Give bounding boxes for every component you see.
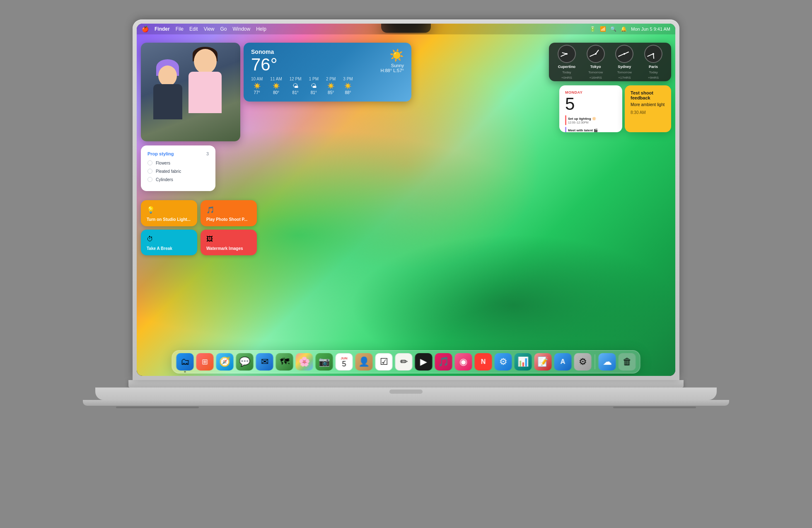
hour-hand: [562, 52, 567, 54]
clock-tokyo: Tokyo Tomorrow +16HRS: [584, 45, 608, 80]
shortcut-timer-icon: ⏱: [147, 235, 191, 243]
appstore-icon: A: [561, 358, 566, 366]
notification-icon[interactable]: 🔔: [621, 26, 627, 32]
shortcut-light-icon: 💡: [147, 206, 191, 214]
dock-configurator[interactable]: ⚙: [495, 353, 512, 371]
hour-label: 10 AM: [251, 77, 263, 81]
safari-icon: 🧭: [219, 356, 230, 367]
analog-clock-cupertino: [558, 45, 576, 63]
menubar-right: 🔋 📶 🔍 🔔 Mon Jun 5 9:41 AM: [590, 26, 670, 32]
notes-time: 8:30 AM: [631, 110, 665, 115]
foot-left: [116, 407, 199, 408]
photo-frame: [141, 43, 240, 141]
dock-charts[interactable]: 📊: [515, 353, 532, 371]
dock-messages[interactable]: 💬: [236, 353, 254, 371]
hour-icon: ☀️: [273, 82, 280, 89]
dock-photos[interactable]: 🌸: [296, 353, 313, 371]
notes-title: Test shoot feedback: [631, 90, 665, 100]
search-icon[interactable]: 🔍: [610, 26, 616, 32]
macbook: 🍎 Finder File Edit View Go Window Help 🔋…: [116, 19, 696, 509]
menubar-app-name[interactable]: Finder: [155, 26, 170, 32]
dock-appstore[interactable]: A: [554, 353, 572, 371]
music-icon: 🎵: [438, 356, 449, 367]
messages-icon: 💬: [239, 356, 250, 367]
dock-reminders[interactable]: ☑: [375, 353, 393, 371]
hour-icon: ☀️: [344, 82, 351, 89]
dock-mail[interactable]: ✉: [256, 353, 273, 371]
reminder-item-3: Cylinders: [147, 177, 209, 182]
notes-content: More ambient light: [631, 102, 665, 108]
hat: [156, 59, 179, 76]
battery-icon[interactable]: 🔋: [590, 26, 596, 32]
dock-facetime[interactable]: 📷: [316, 353, 333, 371]
clock-paris: Paris Today +9HRS: [641, 45, 665, 80]
dock-mindnode[interactable]: ◉: [455, 353, 472, 371]
clock-city-label: Tokyo: [590, 65, 601, 69]
clock-timezone-label: Tomorrow: [617, 70, 632, 74]
menubar-help[interactable]: Help: [256, 26, 266, 32]
body: [153, 84, 182, 119]
dock-contacts[interactable]: 👤: [355, 353, 373, 371]
dock-icloud[interactable]: ☁: [599, 353, 616, 371]
clock-center: [652, 53, 654, 55]
weather-hour-5: 2 PM ☀️ 85°: [326, 77, 336, 95]
dock-calendar[interactable]: JUN 5: [336, 353, 353, 371]
weather-hour-4: 1 PM 🌤 81°: [309, 77, 319, 95]
dock-finder[interactable]: 🗂: [176, 353, 194, 371]
menubar-view[interactable]: View: [204, 26, 215, 32]
foot-right: [613, 407, 696, 408]
dock-freeform[interactable]: ✏: [395, 353, 413, 371]
apple-menu-icon[interactable]: 🍎: [142, 26, 149, 32]
dock-safari[interactable]: 🧭: [216, 353, 234, 371]
dock-separator: [595, 354, 595, 369]
reminder-label: Cylinders: [156, 177, 173, 182]
hour-hand: [653, 53, 654, 58]
hour-label: 2 PM: [326, 77, 336, 81]
photos-icon: 🌸: [299, 356, 310, 367]
menubar-window[interactable]: Window: [233, 26, 251, 32]
mail-icon: ✉: [261, 356, 268, 367]
hour-icon: ☀️: [327, 82, 334, 89]
hour-temp: 81°: [311, 90, 317, 95]
event-title: Set up lighting 🔆: [568, 117, 596, 121]
clock-timezone-label: Today: [562, 70, 571, 74]
hair: [193, 47, 218, 61]
shortcut-studio-light[interactable]: 💡 Turn on Studio Light...: [141, 200, 197, 226]
news-icon: N: [481, 358, 486, 366]
contacts-icon: 👤: [358, 356, 370, 367]
menubar-edit[interactable]: Edit: [189, 26, 198, 32]
dock-dot: [184, 371, 186, 373]
min-hand: [561, 53, 567, 57]
calendar-event-2: Meet with talent 🎬 12:30–1:00PM: [565, 127, 616, 132]
dock-maps[interactable]: 🗺: [276, 353, 293, 371]
macbook-base-top: [95, 388, 717, 400]
analog-clock-tokyo: [587, 45, 605, 63]
reminder-checkbox[interactable]: [147, 160, 152, 165]
hour-icon: 🌤: [292, 82, 298, 89]
dock-pages[interactable]: 📝: [534, 353, 552, 371]
clock-city-label: Cupertino: [558, 65, 576, 69]
freeform-icon: ✏: [400, 356, 408, 367]
dock-tvplus[interactable]: ▶: [415, 353, 433, 371]
menubar-file[interactable]: File: [176, 26, 184, 32]
reminder-checkbox[interactable]: [147, 177, 152, 182]
wifi-icon[interactable]: 📶: [600, 26, 606, 32]
dock-launchpad[interactable]: ⊞: [196, 353, 214, 371]
shortcut-play-music[interactable]: 🎵 Play Photo Shoot P...: [201, 200, 257, 226]
dock-settings[interactable]: ⚙: [574, 353, 592, 371]
person-child: [149, 65, 186, 132]
tvplus-icon: ▶: [420, 356, 427, 367]
reminder-checkbox[interactable]: [147, 169, 152, 174]
dock-news[interactable]: N: [475, 353, 492, 371]
clock-offset-label: +9HRS: [648, 76, 659, 80]
clock-cupertino: Cupertino Today +0HRS: [555, 45, 579, 80]
weather-hour-1: 10 AM ☀️ 77°: [251, 77, 263, 95]
dock-music[interactable]: 🎵: [435, 353, 452, 371]
macbook-base-bottom: [83, 400, 729, 406]
dock-trash[interactable]: 🗑: [619, 353, 636, 371]
shortcut-take-break[interactable]: ⏱ Take A Break: [141, 230, 197, 255]
weather-hour-3: 12 PM 🌤 81°: [290, 77, 302, 95]
menubar-go[interactable]: Go: [220, 26, 227, 32]
event-color-bar: [565, 127, 566, 132]
shortcut-watermark[interactable]: 🖼 Watermark Images: [201, 230, 257, 255]
